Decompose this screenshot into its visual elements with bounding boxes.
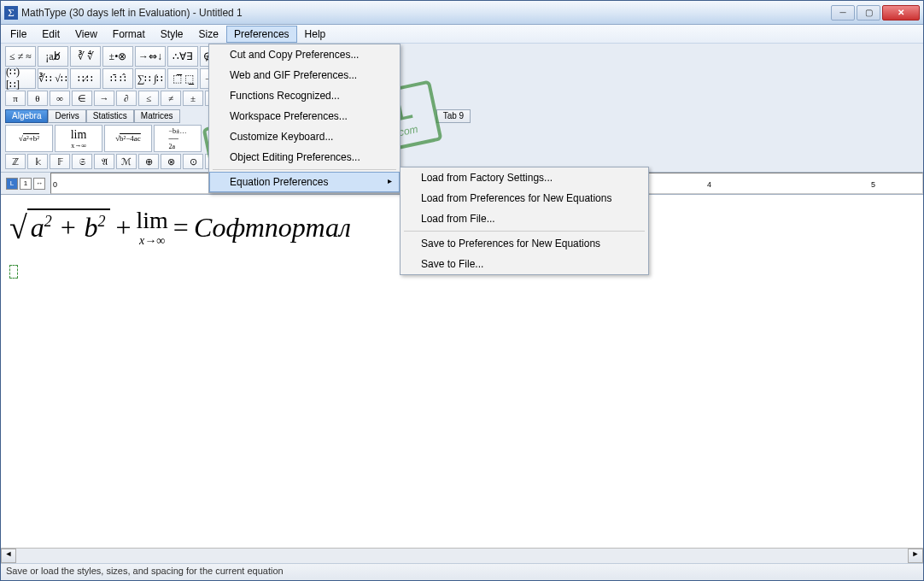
tab-derivs[interactable]: Derivs: [48, 109, 85, 123]
symbol-row-1: ≤ ≠ ≈ ¡ab̸ ∛ ∜ ±•⊗ →⇔↓ ∴∀∃ ∉∩⊂ ∂∞ℓ λωθ Λ…: [5, 46, 919, 67]
ruler-label-0: 0: [53, 180, 57, 189]
tpl-bars[interactable]: ⬚̅ ⬚̲: [167, 68, 198, 89]
bb-f[interactable]: 𝔽: [50, 154, 70, 169]
tab-matrices[interactable]: Matrices: [134, 109, 180, 123]
eq-equals: =: [173, 212, 189, 244]
tpl-fractions[interactable]: ∷⁄∷: [70, 68, 101, 89]
sym-partial[interactable]: ∂: [116, 91, 137, 106]
menu-file[interactable]: File: [3, 26, 34, 43]
scroll-left-button[interactable]: ◄: [1, 549, 16, 563]
tpl-scripts[interactable]: ∷̄ ∷̂: [102, 68, 133, 89]
template-palette: √a²+b² limx→∞ √b²−4ac −b±…──2a: [5, 125, 919, 152]
eq-lim: lim x→∞: [137, 207, 168, 248]
menu-edit[interactable]: Edit: [34, 26, 67, 43]
scroll-right-button[interactable]: ►: [908, 549, 923, 563]
app-icon: Σ: [4, 6, 18, 20]
cursor-slot[interactable]: [9, 265, 18, 279]
tab-9[interactable]: Tab 9: [436, 109, 471, 123]
menu-help[interactable]: Help: [297, 26, 334, 43]
menu-workspace-prefs[interactable]: Workspace Preferences...: [209, 106, 400, 126]
submenu-load-factory[interactable]: Load from Factory Settings...: [401, 167, 648, 188]
ruler-mode-3[interactable]: ↔: [33, 178, 45, 190]
menu-equation-prefs[interactable]: Equation Preferences: [209, 172, 400, 192]
eq-rhs: Софтпортал: [194, 212, 351, 244]
tpl-limit[interactable]: limx→∞: [55, 125, 102, 152]
status-text: Save or load the styles, sizes, and spac…: [6, 566, 284, 576]
bb-oplus[interactable]: ⊕: [138, 154, 159, 169]
minimize-button[interactable]: ─: [831, 5, 855, 21]
eq-sqrt: √ a2 + b2: [9, 208, 110, 246]
menu-style[interactable]: Style: [153, 26, 191, 43]
statusbar: Save or load the styles, sizes, and spac…: [1, 563, 923, 580]
submenu-save-new-eq[interactable]: Save to Preferences for New Equations: [401, 233, 648, 254]
submenu-separator: [404, 231, 645, 232]
sym-in[interactable]: ∈: [72, 91, 92, 106]
close-button[interactable]: ✕: [882, 5, 920, 21]
template-tabs: Algebra Derivs Statistics Matrices Tab 9: [5, 109, 919, 123]
ruler-mode-1[interactable]: L: [6, 178, 18, 190]
window-controls: ─ ▢ ✕: [831, 5, 920, 21]
symbol-relations[interactable]: ≤ ≠ ≈: [5, 46, 36, 67]
tpl-sums[interactable]: ∑∷ ∫∷: [135, 68, 166, 89]
tpl-fences[interactable]: (∷) [∷]: [5, 68, 36, 89]
menu-size[interactable]: Size: [191, 26, 226, 43]
toolbar-area: ≤ ≠ ≈ ¡ab̸ ∛ ∜ ±•⊗ →⇔↓ ∴∀∃ ∉∩⊂ ∂∞ℓ λωθ Λ…: [1, 44, 923, 173]
bb-otimes[interactable]: ⊗: [161, 154, 181, 169]
equation-prefs-submenu: Load from Factory Settings... Load from …: [400, 167, 649, 275]
tpl-roots[interactable]: ∛∷ √∷: [38, 68, 68, 89]
submenu-load-file[interactable]: Load from File...: [401, 208, 648, 229]
tab-algebra[interactable]: Algebra: [5, 109, 48, 123]
ruler-mode-buttons: L 1 ↔: [1, 173, 50, 194]
ruler-label-4: 4: [707, 180, 711, 189]
ruler-label-5: 5: [871, 180, 875, 189]
sym-infty[interactable]: ∞: [50, 91, 70, 106]
menu-functions-recognized[interactable]: Functions Recognized...: [209, 85, 400, 106]
submenu-save-file[interactable]: Save to File...: [401, 254, 648, 274]
bb-a[interactable]: 𝔄: [94, 154, 114, 169]
bb-z[interactable]: ℤ: [5, 154, 26, 169]
sym-pm[interactable]: ±: [183, 91, 203, 106]
bb-k[interactable]: 𝕜: [27, 154, 48, 169]
symbol-embellish[interactable]: ∛ ∜: [70, 46, 101, 67]
submenu-load-new-eq[interactable]: Load from Preferences for New Equations: [401, 188, 648, 208]
tpl-sqrt-sum[interactable]: √a²+b²: [5, 125, 53, 152]
menu-preferences[interactable]: Preferences: [226, 26, 297, 43]
bb-odot[interactable]: ⊙: [183, 154, 203, 169]
titlebar: Σ MathType (30 days left in Evaluation) …: [1, 1, 923, 25]
horizontal-scrollbar[interactable]: ◄ ►: [1, 548, 923, 563]
app-window: Σ MathType (30 days left in Evaluation) …: [0, 0, 924, 581]
template-row-1: (∷) [∷] ∛∷ √∷ ∷⁄∷ ∷̄ ∷̂ ∑∷ ∫∷ ⬚̅ ⬚̲ → ↔ …: [5, 68, 919, 89]
symbol-logic[interactable]: ∴∀∃: [167, 46, 198, 67]
tpl-quadratic[interactable]: −b±…──2a: [154, 125, 202, 152]
sym-ne[interactable]: ≠: [161, 91, 181, 106]
tpl-discriminant[interactable]: √b²−4ac: [104, 125, 152, 152]
menu-object-editing-prefs[interactable]: Object Editing Preferences...: [209, 147, 400, 167]
ruler-mode-2[interactable]: 1: [20, 178, 32, 190]
symbol-row-2: π θ ∞ ∈ → ∂ ≤ ≠ ± ∓: [5, 91, 919, 106]
sym-le[interactable]: ≤: [138, 91, 159, 106]
menu-separator: [213, 169, 396, 170]
tab-statistics[interactable]: Statistics: [86, 109, 134, 123]
eq-plus: +: [115, 212, 131, 244]
maximize-button[interactable]: ▢: [857, 5, 880, 21]
sym-theta[interactable]: θ: [27, 91, 48, 106]
bb-m[interactable]: ℳ: [116, 154, 137, 169]
menu-customize-keyboard[interactable]: Customize Keyboard...: [209, 126, 400, 147]
menu-web-gif-prefs[interactable]: Web and GIF Preferences...: [209, 65, 400, 85]
symbol-arrows[interactable]: →⇔↓: [135, 46, 166, 67]
menu-cut-copy-prefs[interactable]: Cut and Copy Preferences...: [209, 44, 400, 65]
menu-view[interactable]: View: [67, 26, 105, 43]
sym-arrow[interactable]: →: [94, 91, 114, 106]
symbol-operators[interactable]: ±•⊗: [102, 46, 133, 67]
scroll-track[interactable]: [16, 549, 908, 563]
bb-s[interactable]: 𝔖: [72, 154, 92, 169]
preferences-dropdown: Cut and Copy Preferences... Web and GIF …: [208, 44, 401, 193]
menu-format[interactable]: Format: [105, 26, 153, 43]
window-title: MathType (30 days left in Evaluation) - …: [21, 7, 831, 19]
sym-pi[interactable]: π: [5, 91, 26, 106]
symbol-spaces[interactable]: ¡ab̸: [38, 46, 68, 67]
menubar: File Edit View Format Style Size Prefere…: [1, 25, 923, 44]
